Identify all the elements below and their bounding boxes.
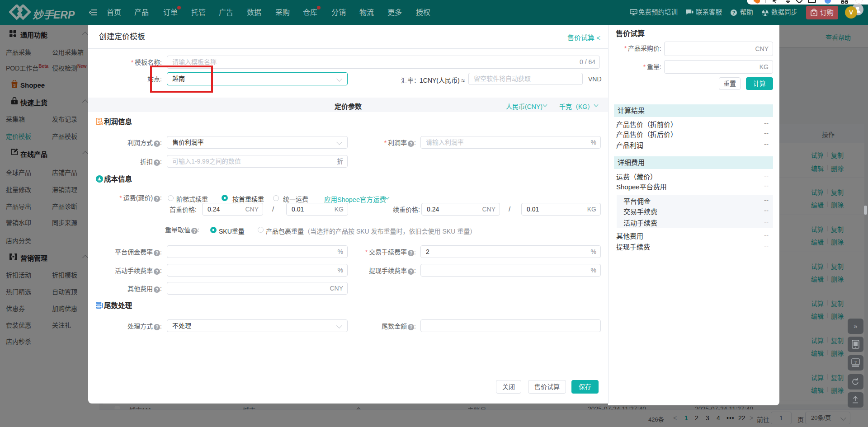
svg-text:?: ? [854,360,857,365]
